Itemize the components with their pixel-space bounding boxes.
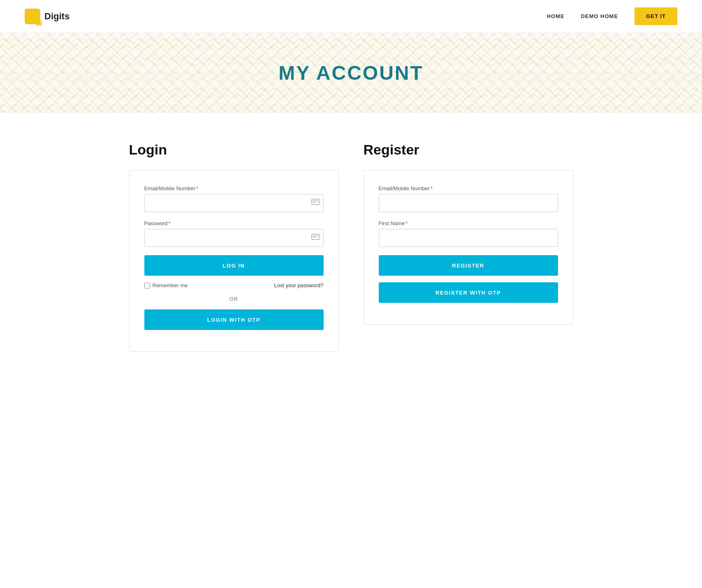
register-firstname-input[interactable] <box>379 229 558 247</box>
login-email-wrapper <box>144 194 324 212</box>
svg-rect-1 <box>311 199 319 205</box>
site-header: Digits HOME DEMO HOME GET IT <box>0 0 702 33</box>
register-form-card: Email/Mobile Number* First Name* REGISTE… <box>364 170 573 325</box>
register-button[interactable]: REGISTER <box>379 255 558 276</box>
logo-area: Digits <box>25 9 70 24</box>
svg-rect-5 <box>311 234 319 240</box>
register-email-label: Email/Mobile Number* <box>379 185 558 191</box>
register-firstname-label: First Name* <box>379 220 558 226</box>
remember-row: Remember me Lost your password? <box>144 282 324 288</box>
register-firstname-required: * <box>405 220 408 226</box>
login-password-required: * <box>169 220 171 226</box>
logo-icon <box>25 9 40 24</box>
logo-text: Digits <box>44 11 70 22</box>
login-password-input[interactable] <box>144 229 324 247</box>
login-title: Login <box>129 142 339 158</box>
login-password-icon <box>311 233 320 242</box>
log-in-button[interactable]: LOG IN <box>144 255 324 276</box>
remember-me-label[interactable]: Remember me <box>144 282 188 288</box>
login-email-icon <box>311 198 320 208</box>
register-email-group: Email/Mobile Number* <box>379 185 558 212</box>
get-it-button[interactable]: GET IT <box>635 7 677 25</box>
login-password-group: Password* <box>144 220 324 247</box>
page-title: MY ACCOUNT <box>0 62 702 84</box>
svg-rect-6 <box>313 235 315 238</box>
or-divider: OR <box>144 296 324 302</box>
login-email-group: Email/Mobile Number* <box>144 185 324 212</box>
main-content: Login Email/Mobile Number* <box>104 113 598 393</box>
register-email-required: * <box>431 185 433 191</box>
register-section: Register Email/Mobile Number* First Name… <box>364 142 573 352</box>
login-email-required: * <box>196 185 198 191</box>
register-email-input[interactable] <box>379 194 558 212</box>
login-form-card: Email/Mobile Number* <box>129 170 339 352</box>
login-password-label: Password* <box>144 220 324 226</box>
nav-demo-link[interactable]: DEMO HOME <box>581 13 618 19</box>
login-password-wrapper <box>144 229 324 247</box>
lost-password-link[interactable]: Lost your password? <box>274 282 324 288</box>
login-email-label: Email/Mobile Number* <box>144 185 324 191</box>
main-nav: HOME DEMO HOME GET IT <box>547 7 677 25</box>
nav-home-link[interactable]: HOME <box>547 13 564 19</box>
register-otp-button[interactable]: REGISTER WITH OTP <box>379 282 558 303</box>
login-email-input[interactable] <box>144 194 324 212</box>
login-section: Login Email/Mobile Number* <box>129 142 339 352</box>
login-otp-button[interactable]: LOGIN WITH OTP <box>144 309 324 330</box>
register-title: Register <box>364 142 573 158</box>
hero-banner: MY ACCOUNT <box>0 33 702 113</box>
register-firstname-group: First Name* <box>379 220 558 247</box>
remember-me-checkbox[interactable] <box>144 283 150 288</box>
svg-rect-2 <box>313 201 315 203</box>
